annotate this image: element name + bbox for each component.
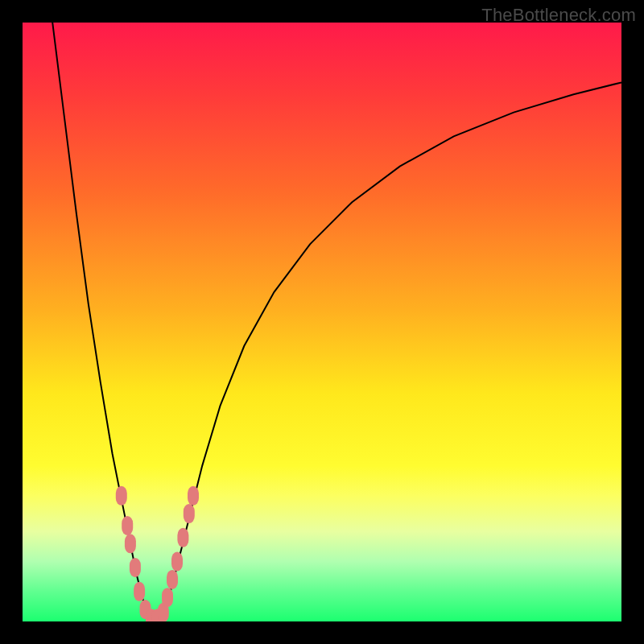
curve-marker: [130, 558, 141, 577]
bottleneck-curve: [52, 23, 621, 621]
marker-cluster: [116, 486, 199, 621]
curve-marker: [188, 486, 199, 506]
curve-marker: [122, 516, 133, 535]
plot-area: [23, 23, 621, 621]
curve-marker: [177, 528, 188, 547]
curve-marker: [184, 504, 195, 523]
curve-marker: [171, 552, 183, 572]
curve-marker: [134, 582, 145, 601]
curve-marker: [162, 588, 173, 607]
curve-marker: [167, 570, 178, 589]
curve-marker: [116, 486, 127, 506]
curve-marker: [125, 534, 136, 553]
bottleneck-curve-svg: [23, 23, 621, 621]
chart-frame: TheBottleneck.com: [0, 0, 644, 644]
